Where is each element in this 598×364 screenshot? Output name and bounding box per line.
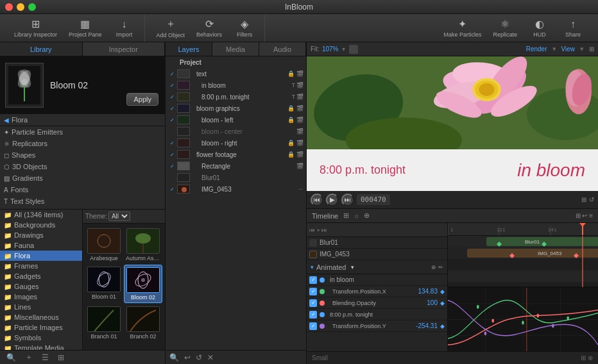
layer-text-group[interactable]: ✓ text 🔒 🎬	[166, 68, 306, 79]
hud-button[interactable]: ◐ HUD	[524, 15, 556, 40]
layer-in-bloom[interactable]: ✓ in bloom T 🎬	[166, 79, 306, 91]
lib-item-frames[interactable]: 📁 Frames	[0, 261, 82, 271]
thumb-bloom-01[interactable]: Bloom 01	[85, 265, 123, 303]
behaviors-button[interactable]: ⟳ Behaviors	[191, 15, 227, 40]
window-controls[interactable]	[5, 3, 36, 11]
view-dropdown[interactable]: View	[561, 46, 576, 53]
share-button[interactable]: ↑ Share	[557, 16, 589, 40]
layer-bloom-right[interactable]: ✓ bloom - right 🔒 🎬	[166, 137, 306, 149]
layers-delete-icon[interactable]: ✕	[206, 352, 215, 363]
grid-view-button[interactable]: ⊞	[55, 352, 67, 363]
cat-shapes[interactable]: ◻ Shapes	[0, 149, 165, 161]
track-opacity[interactable]: ✓ Blending.Opacity 100 ◆	[307, 297, 447, 309]
lib-item-flora[interactable]: 📁 Flora	[0, 251, 82, 261]
lib-item-symbols[interactable]: 📁 Symbols	[0, 333, 82, 343]
layers-search-icon[interactable]: 🔍	[168, 352, 180, 363]
layers-add-icon[interactable]: ↩	[183, 352, 192, 363]
lib-item-gadgets[interactable]: 📁 Gadgets	[0, 271, 82, 281]
back-arrow[interactable]: ◀	[4, 117, 9, 124]
forward-button[interactable]: ⏭	[341, 194, 354, 206]
project-pane-button[interactable]: ▦ Project Pane	[64, 15, 107, 40]
animated-options[interactable]: ⊕ ✏	[431, 264, 443, 270]
svg-rect-51	[448, 223, 598, 236]
cat-fonts[interactable]: A Fonts	[0, 184, 165, 195]
search-button[interactable]: 🔍	[4, 352, 19, 363]
theme-select[interactable]: All	[108, 211, 130, 221]
layer-bloom-graphics[interactable]: ✓ bloom graphics 🔒 🎬	[166, 103, 306, 114]
lib-item-lines[interactable]: 📁 Lines	[0, 302, 82, 312]
color-swatch[interactable]	[349, 45, 358, 54]
layers-rotate-icon[interactable]: ↺	[194, 352, 203, 363]
lib-item-particle-images[interactable]: 📁 Particle Images	[0, 322, 82, 333]
thumb-autumn-border[interactable]: Autumn Border	[164, 226, 165, 263]
layer-blur01[interactable]: Blur01	[166, 172, 306, 183]
thumb-branch-03[interactable]: Branch 03	[164, 304, 165, 342]
cat-gradients[interactable]: ▨ Gradients	[0, 172, 165, 184]
thumb-branch-02[interactable]: Branch 02	[124, 304, 162, 342]
filters-button[interactable]: ◈ Filters	[228, 15, 261, 40]
track-8pm[interactable]: ✓ 8:00 p.m. tonight	[307, 309, 447, 320]
lib-item-gauges[interactable]: 📁 Gauges	[0, 281, 82, 292]
apply-button[interactable]: Apply	[126, 93, 158, 106]
lib-item-all[interactable]: 📁 All (1346 items)	[0, 210, 82, 220]
timeline-close[interactable]: ⊕	[364, 211, 370, 220]
tab-audio[interactable]: Audio	[259, 42, 306, 56]
keyframe-btn-x[interactable]: ◆	[440, 288, 445, 295]
track-blur01[interactable]: Blur01	[307, 237, 447, 249]
layer-flower-footage[interactable]: ✓ flower footage 🔒 🎬	[166, 149, 306, 160]
keyframe-btn-y[interactable]: ◆	[440, 323, 445, 329]
thumb-branch-01[interactable]: Branch 01	[85, 304, 123, 342]
svg-text:121: 121	[497, 227, 506, 233]
tab-layers[interactable]: Layers	[166, 42, 212, 56]
keyframe-btn-opacity[interactable]: ◆	[440, 300, 445, 306]
canvas-options[interactable]: ⊞	[589, 46, 594, 53]
status-info: ⊞ ⊕	[581, 354, 593, 361]
maximize-button[interactable]	[28, 3, 36, 11]
tab-inspector[interactable]: Inspector	[83, 42, 166, 56]
track-img0453[interactable]: IMG_0453	[307, 249, 447, 260]
make-particles-button[interactable]: ✦ Make Particles	[438, 15, 486, 40]
thumb-arabesque[interactable]: Arabesque	[85, 226, 123, 263]
layer-bloom-left[interactable]: ✓ bloom - left 🔒 🎬	[166, 114, 306, 126]
play-button[interactable]: ▶	[326, 194, 339, 206]
cat-text-styles[interactable]: T Text Styles	[0, 195, 165, 207]
lib-item-fauna[interactable]: 📁 Fauna	[0, 240, 82, 251]
loop-button[interactable]: ↺	[589, 196, 594, 203]
lib-item-drawings[interactable]: 📁 Drawings	[0, 230, 82, 240]
track-pos-x[interactable]: ✓ Transform.Position.X 134.83 ◆	[307, 286, 447, 297]
add-button[interactable]: ＋	[22, 351, 35, 364]
layer-8pm[interactable]: ✓ 8:00 p.m. tonight T 🎬	[166, 91, 306, 103]
lib-item-backgrounds[interactable]: 📁 Backgrounds	[0, 220, 82, 230]
lib-item-misc[interactable]: 📁 Miscellaneous	[0, 312, 82, 322]
rewind-button[interactable]: ⏮	[311, 194, 323, 206]
render-dropdown[interactable]: Render	[526, 46, 547, 53]
cat-particle-emitters[interactable]: ✦ Particle Emitters	[0, 126, 165, 138]
add-object-button[interactable]: ＋ Add Object	[151, 15, 191, 41]
library-inspector-button[interactable]: ⊞ Library Inspector	[9, 15, 62, 40]
import-button[interactable]: ↓ Import	[108, 16, 141, 40]
thumb-bloom-03[interactable]: Bloom 03	[164, 265, 165, 303]
layer-img0453[interactable]: ✓ IMG_0453 ↔	[166, 183, 306, 195]
track-pos-y[interactable]: ✓ Transform.Position.Y -254.31 ◆	[307, 320, 447, 332]
tab-library[interactable]: Library	[0, 42, 83, 56]
cat-3d-objects[interactable]: ⬡ 3D Objects	[0, 161, 165, 172]
replicate-button[interactable]: ⚛ Replicate	[488, 15, 522, 40]
thumb-autumn-aspen[interactable]: Autumn Aspen	[124, 226, 162, 263]
tab-media[interactable]: Media	[212, 42, 259, 56]
minimize-button[interactable]	[17, 3, 24, 11]
list-view-button[interactable]: ☰	[39, 352, 51, 363]
layer-rectangle[interactable]: ✓ Rectangle 🎬	[166, 160, 306, 172]
timeline-add[interactable]: ○	[354, 212, 359, 220]
timeline-options[interactable]: ⊞	[343, 211, 349, 220]
thumb-bloom-02[interactable]: Bloom 02	[124, 265, 162, 303]
layer-bloom-center[interactable]: bloom - center 🎬	[166, 126, 306, 137]
track-in-bloom[interactable]: ✓ in bloom	[307, 274, 447, 286]
lib-item-images[interactable]: 📁 Images	[0, 292, 82, 302]
playback-options[interactable]: ⊞	[581, 196, 586, 203]
timeline-right-options[interactable]: ⊞ ↩ ≡	[576, 212, 593, 219]
lib-item-template-media[interactable]: 📁 Template Media	[0, 343, 82, 350]
layer-project[interactable]: Project	[166, 56, 306, 68]
cat-replicators[interactable]: ⚛ Replicators	[0, 138, 165, 149]
close-button[interactable]	[5, 3, 13, 11]
animated-dropdown[interactable]: ▾	[351, 264, 354, 270]
